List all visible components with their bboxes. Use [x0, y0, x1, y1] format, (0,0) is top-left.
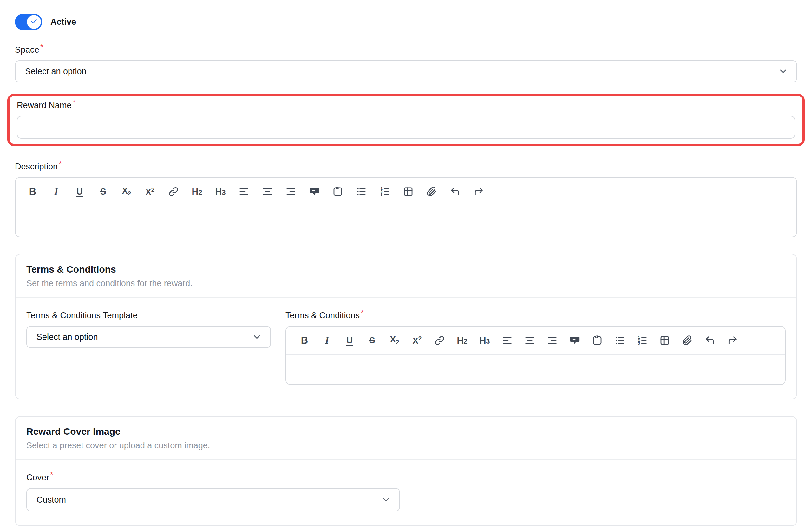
comment-icon: [569, 335, 580, 346]
strikethrough-icon: S: [369, 336, 375, 345]
code-block-button[interactable]: [590, 332, 604, 349]
reward-cover-image-card-header: Reward Cover Image Select a preset cover…: [16, 417, 796, 459]
subscript-icon: X2: [390, 335, 399, 346]
reward-cover-image-card-subtitle: Select a preset cover or upload a custom…: [26, 441, 786, 451]
active-toggle[interactable]: [15, 14, 42, 30]
attachment-icon: [426, 186, 437, 197]
attachment-button[interactable]: [425, 183, 439, 200]
table-button[interactable]: [401, 183, 415, 200]
superscript-button[interactable]: X2: [143, 183, 157, 200]
terms-template-label: Terms & Conditions Template: [26, 310, 271, 321]
heading-2-button[interactable]: H2: [455, 332, 469, 349]
underline-button[interactable]: U: [343, 332, 357, 349]
svg-text:3: 3: [381, 192, 382, 196]
terms-template-select[interactable]: Select an option: [26, 326, 271, 348]
required-asterisk: *: [73, 99, 76, 106]
bold-icon: B: [29, 186, 36, 197]
terms-conditions-label: Terms & Conditions*: [286, 310, 786, 321]
required-asterisk: *: [50, 471, 53, 479]
link-button[interactable]: [166, 183, 180, 200]
terms-conditions-card-header: Terms & Conditions Set the terms and con…: [16, 255, 796, 297]
attachment-button[interactable]: [680, 332, 694, 349]
align-right-icon: [547, 335, 557, 346]
bold-button[interactable]: B: [26, 183, 40, 200]
code-block-icon: [332, 186, 343, 197]
undo-button[interactable]: [703, 332, 717, 349]
code-block-button[interactable]: [331, 183, 345, 200]
terms-conditions-editor: BIUSX2X2H2H3123: [286, 326, 786, 385]
heading-2-icon: H2: [457, 336, 467, 346]
heading-2-button[interactable]: H2: [190, 183, 204, 200]
reward-name-highlight-box: Reward Name*: [7, 94, 805, 146]
required-asterisk: *: [40, 43, 43, 51]
cover-select[interactable]: Custom: [26, 488, 400, 512]
check-icon: [30, 17, 38, 27]
comment-button[interactable]: [568, 332, 582, 349]
terms-conditions-card-title: Terms & Conditions: [26, 264, 786, 275]
reward-form: Active Space* Select an option Reward Na…: [0, 0, 812, 526]
align-center-button[interactable]: [523, 332, 537, 349]
terms-template-field: Terms & Conditions Template Select an op…: [26, 310, 271, 348]
ordered-list-button[interactable]: 123: [378, 183, 392, 200]
space-select[interactable]: Select an option: [15, 60, 797, 83]
bullet-list-button[interactable]: [354, 183, 368, 200]
heading-3-button[interactable]: H3: [214, 183, 228, 200]
space-label: Space*: [15, 44, 797, 55]
terms-conditions-card: Terms & Conditions Set the terms and con…: [15, 254, 797, 399]
terms-conditions-editor-content[interactable]: [286, 355, 785, 384]
bold-button[interactable]: B: [298, 332, 311, 349]
comment-button[interactable]: [307, 183, 321, 200]
align-right-button[interactable]: [545, 332, 559, 349]
subscript-button[interactable]: X2: [388, 332, 402, 349]
code-block-icon: [592, 335, 603, 346]
redo-icon: [727, 335, 738, 346]
table-button[interactable]: [658, 332, 672, 349]
redo-button[interactable]: [472, 183, 485, 200]
required-asterisk: *: [59, 160, 62, 168]
redo-icon: [473, 186, 484, 197]
undo-icon: [705, 335, 715, 346]
redo-button[interactable]: [725, 332, 739, 349]
italic-button[interactable]: I: [49, 183, 63, 200]
superscript-button[interactable]: X2: [410, 332, 424, 349]
ordered-list-icon: 123: [637, 335, 648, 346]
space-select-value: Select an option: [25, 67, 87, 76]
strikethrough-button[interactable]: S: [365, 332, 379, 349]
terms-conditions-editor-toolbar: BIUSX2X2H2H3123: [286, 327, 785, 355]
link-icon: [434, 335, 445, 346]
heading-3-icon: H3: [479, 336, 490, 346]
link-button[interactable]: [433, 332, 447, 349]
table-icon: [659, 335, 670, 346]
terms-conditions-card-subtitle: Set the terms and conditions for the rew…: [26, 279, 786, 288]
strikethrough-button[interactable]: S: [96, 183, 110, 200]
subscript-button[interactable]: X2: [119, 183, 133, 200]
underline-button[interactable]: U: [73, 183, 87, 200]
align-left-button[interactable]: [237, 183, 251, 200]
reward-name-input[interactable]: [17, 116, 795, 139]
chevron-down-icon: [252, 332, 262, 342]
reward-cover-image-card-title: Reward Cover Image: [26, 426, 786, 437]
reward-name-label: Reward Name*: [17, 100, 795, 111]
cover-label: Cover*: [26, 472, 786, 483]
bullet-list-button[interactable]: [613, 332, 627, 349]
align-left-button[interactable]: [500, 332, 514, 349]
heading-3-icon: H3: [215, 187, 226, 197]
active-toggle-row: Active: [15, 13, 797, 30]
description-editor-content[interactable]: [16, 206, 796, 237]
underline-icon: U: [76, 187, 83, 197]
align-center-button[interactable]: [260, 183, 274, 200]
heading-3-button[interactable]: H3: [478, 332, 492, 349]
align-center-icon: [262, 186, 273, 197]
align-right-button[interactable]: [284, 183, 298, 200]
subscript-icon: X2: [122, 186, 131, 197]
description-editor-toolbar: BIUSX2X2H2H3123: [16, 178, 796, 206]
italic-button[interactable]: I: [320, 332, 334, 349]
comment-icon: [309, 186, 320, 197]
superscript-icon: X2: [146, 186, 155, 197]
bullet-list-icon: [614, 335, 625, 346]
undo-button[interactable]: [448, 183, 462, 200]
ordered-list-button[interactable]: 123: [635, 332, 649, 349]
attachment-icon: [682, 335, 693, 346]
strikethrough-icon: S: [100, 187, 106, 197]
underline-icon: U: [346, 336, 353, 345]
